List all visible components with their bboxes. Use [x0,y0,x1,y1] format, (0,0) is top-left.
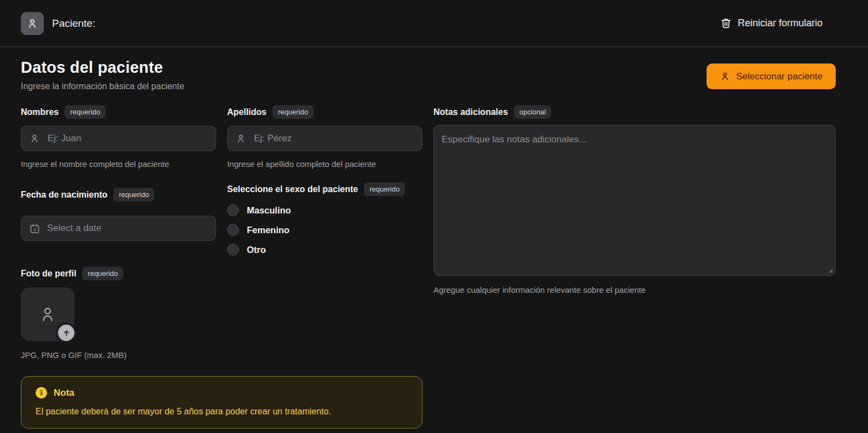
select-patient-button[interactable]: Seleccionar paciente [707,63,836,89]
section-heading: Datos del paciente Ingrese la informació… [21,59,184,91]
nombres-input[interactable] [47,132,208,145]
radio-label: Masculino [247,205,291,216]
apellidos-required-badge: requerido [273,105,314,119]
form-column-2: Apellidos requerido Ingrese el apellido … [227,105,423,429]
foto-label: Foto de perfil [21,269,76,279]
note-title: Nota [54,388,74,399]
reset-form-label: Reiniciar formulario [738,18,823,29]
user-icon [37,303,59,325]
form-column-3: Notas adicionales opcional Agregue cualq… [433,105,836,429]
radio-option-otro[interactable]: Otro [227,244,423,256]
nombres-label: Nombres [21,107,59,117]
page-subtitle: Ingrese la información básica del pacien… [21,82,184,91]
patient-label: Paciente: [52,18,95,30]
patient-form-section: Datos del paciente Ingrese la informació… [0,47,868,429]
nombres-input-wrap [21,126,216,151]
svg-text:1: 1 [33,227,36,232]
photo-upload-dropzone[interactable] [21,287,74,341]
field-notas: Notas adicionales opcional Agregue cualq… [433,105,836,295]
notas-label: Notas adicionales [433,107,508,117]
radio-option-femenino[interactable]: Femenino [227,224,423,236]
radio-circle[interactable] [227,244,239,256]
sexo-radio-group: Masculino Femenino Otro [227,204,423,256]
patient-avatar [21,12,44,35]
reset-form-button[interactable]: Reiniciar formulario [717,17,826,30]
fecha-label: Fecha de nacimiento [21,190,107,200]
nombres-helper: Ingrese el nombre completo del paciente [21,159,216,169]
nombres-required-badge: requerido [65,105,106,119]
info-icon: i [36,387,47,399]
field-sexo: Seleccione el sexo del paciente requerid… [227,182,423,256]
sexo-required-badge: requerido [364,182,405,196]
field-apellidos: Apellidos requerido Ingrese el apellido … [227,105,423,169]
calendar-icon: 1 [29,223,40,234]
notas-helper: Agregue cualquier información relevante … [433,285,836,295]
notas-textarea[interactable] [433,125,836,276]
apellidos-input[interactable] [253,132,414,145]
form-column-1: Nombres requerido Ingrese el nombre comp… [21,105,216,429]
foto-required-badge: requerido [82,267,123,280]
user-icon [720,71,730,82]
select-patient-label: Seleccionar paciente [736,71,823,82]
user-icon [29,133,40,144]
apellidos-input-wrap [227,126,423,151]
radio-label: Femenino [247,225,290,235]
user-icon [235,133,246,144]
field-nombres: Nombres requerido Ingrese el nombre comp… [21,105,216,169]
field-fecha-nacimiento: Fecha de nacimiento requerido 1 Select a… [21,187,216,241]
patient-header: Paciente: [21,12,95,35]
fecha-required-badge: requerido [113,188,154,201]
apellidos-label: Apellidos [227,107,267,117]
topbar: Paciente: Reiniciar formulario [0,0,868,47]
page-title: Datos del paciente [21,59,184,77]
sexo-label: Seleccione el sexo del paciente [227,184,358,194]
notas-optional-badge: opcional [514,105,551,119]
date-placeholder: Select a date [47,223,101,234]
user-icon [26,18,38,30]
trash-icon [720,18,732,29]
radio-circle[interactable] [227,204,239,216]
radio-option-masculino[interactable]: Masculino [227,204,423,216]
field-foto-perfil: Foto de perfil requerido [21,266,216,360]
radio-circle[interactable] [227,224,239,236]
radio-label: Otro [247,245,266,255]
upload-arrow-icon [58,325,74,341]
foto-helper: JPG, PNG o GIF (max. 2MB) [21,350,216,360]
apellidos-helper: Ingrese el apellido completo del pacient… [227,159,423,169]
date-picker-trigger[interactable]: 1 Select a date [21,216,216,241]
